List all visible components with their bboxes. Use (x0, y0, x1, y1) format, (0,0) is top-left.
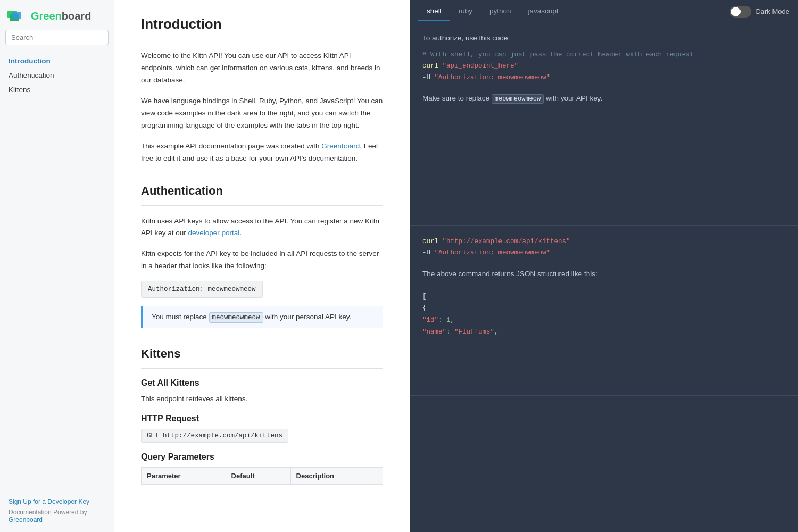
right-content: To authorize, use this code: # With shel… (410, 23, 798, 532)
intro-divider (141, 40, 383, 40)
sidebar-item-kittens[interactable]: Kittens (0, 82, 114, 97)
introduction-title: Introduction (141, 16, 383, 32)
kittens-header-line: -H "Authorization: meowmeowmeow" (422, 247, 785, 259)
sidebar: Greenboard Introduction Authentication K… (0, 0, 114, 532)
info-before: You must replace (152, 313, 209, 321)
intro-para3-before: This example API documentation page was … (141, 142, 321, 150)
greenboard-link[interactable]: Greenboard (321, 142, 360, 150)
params-col-description: Description (290, 468, 383, 485)
kittens-divider (141, 368, 383, 369)
nav-list: Introduction Authentication Kittens (0, 52, 114, 489)
sidebar-footer: Sign Up for a Developer Key Documentatio… (0, 489, 114, 532)
params-col-default: Default (226, 468, 290, 485)
logo-rest: board (62, 10, 92, 22)
authentication-title: Authentication (141, 184, 383, 198)
toggle-switch[interactable] (730, 6, 751, 18)
tab-shell[interactable]: shell (418, 2, 450, 21)
right-panel: shell ruby python javascript Dark Mode T… (410, 0, 798, 532)
toggle-knob (731, 7, 741, 16)
auth-note: Make sure to replace meowmeowmeow with y… (422, 94, 785, 103)
search-wrapper (0, 30, 114, 52)
sidebar-logo: Greenboard (0, 0, 114, 30)
info-after: with your personal API key. (263, 313, 352, 321)
developer-key-link[interactable]: Sign Up for a Developer Key (9, 498, 89, 505)
intro-para2: We have language bindings in Shell, Ruby… (141, 95, 383, 132)
developer-portal-link[interactable]: developer portal (188, 229, 240, 237)
logo-green: Green (31, 10, 62, 22)
query-params-title: Query Parameters (141, 452, 383, 462)
auth-para1-text: Kittn uses API keys to allow access to t… (141, 217, 379, 237)
svg-rect-2 (12, 12, 21, 19)
json-block: [ { "id": 1, "name": "Fluffums", (422, 285, 785, 338)
auth-para1: Kittn uses API keys to allow access to t… (141, 215, 383, 240)
tab-javascript[interactable]: javascript (520, 2, 567, 21)
kittens-section: Kittens Get All Kittens This endpoint re… (141, 347, 383, 485)
dark-mode-toggle[interactable]: Dark Mode (730, 6, 789, 18)
intro-para3: This example API documentation page was … (141, 140, 383, 165)
auth-divider (141, 205, 383, 206)
get-all-kittens-title: Get All Kittens (141, 378, 383, 388)
sidebar-item-introduction[interactable]: Introduction (0, 54, 114, 68)
kittens-code-block: curl "http://example.com/api/kittens" -H… (422, 236, 785, 259)
kittens-code-section: curl "http://example.com/api/kittens" -H… (410, 226, 798, 396)
auth-header-line: -H "Authorization: meowmeowmeow" (422, 72, 785, 84)
dark-mode-label: Dark Mode (755, 7, 789, 15)
right-tabs: shell ruby python javascript Dark Mode (410, 0, 798, 23)
auth-comment-line: # With shell, you can just pass the corr… (422, 49, 785, 61)
logo-text: Greenboard (31, 10, 91, 22)
footer-doc: Documentation Powered by Greenboard (9, 509, 105, 523)
main-content: Introduction Welcome to the Kittn API! Y… (114, 0, 410, 532)
kittens-note: The above command returns JSON structure… (422, 270, 785, 278)
kittens-curl-line: curl "http://example.com/api/kittens" (422, 236, 785, 247)
auth-curl-line: curl "api_endpoint_here" (422, 61, 785, 72)
footer-doc-text: Documentation Powered by (9, 509, 87, 516)
auth-para2: Kittn expects for the API key to be incl… (141, 248, 383, 272)
auth-intro-text: To authorize, use this code: (422, 34, 785, 42)
params-col-parameter: Parameter (142, 468, 226, 485)
logo-icon (7, 9, 27, 23)
intro-para1: Welcome to the Kittn API! You can use ou… (141, 50, 383, 87)
tab-ruby[interactable]: ruby (450, 2, 481, 21)
json-open-bracket: [ (422, 290, 785, 303)
tab-python[interactable]: python (481, 2, 520, 21)
auth-code-block: Authorization: meowmeowmeow (141, 281, 263, 298)
json-obj-open: { (422, 302, 785, 314)
search-input[interactable] (5, 30, 109, 45)
introduction-section: Introduction Welcome to the Kittn API! Y… (141, 16, 383, 165)
info-code: meowmeowmeow (209, 312, 263, 323)
footer-doc-brand-link[interactable]: Greenboard (9, 516, 43, 523)
sidebar-item-authentication[interactable]: Authentication (0, 68, 114, 82)
authentication-section: Authentication Kittn uses API keys to al… (141, 184, 383, 328)
http-request-code: GET http://example.com/api/kittens (141, 429, 288, 443)
auth-code-block-dark: # With shell, you can just pass the corr… (422, 49, 785, 84)
auth-info-box: You must replace meowmeowmeow with your … (141, 306, 383, 328)
auth-code-section: To authorize, use this code: # With shel… (410, 23, 798, 226)
kittens-title: Kittens (141, 347, 383, 361)
json-name-line: "name": "Fluffums", (422, 326, 785, 338)
http-request-title: HTTP Request (141, 414, 383, 423)
get-all-para: This endpoint retrieves all kittens. (141, 393, 383, 405)
params-table: Parameter Default Description (141, 467, 383, 485)
json-id-line: "id": 1, (422, 314, 785, 327)
auth-note-code: meowmeowmeow (492, 94, 544, 104)
